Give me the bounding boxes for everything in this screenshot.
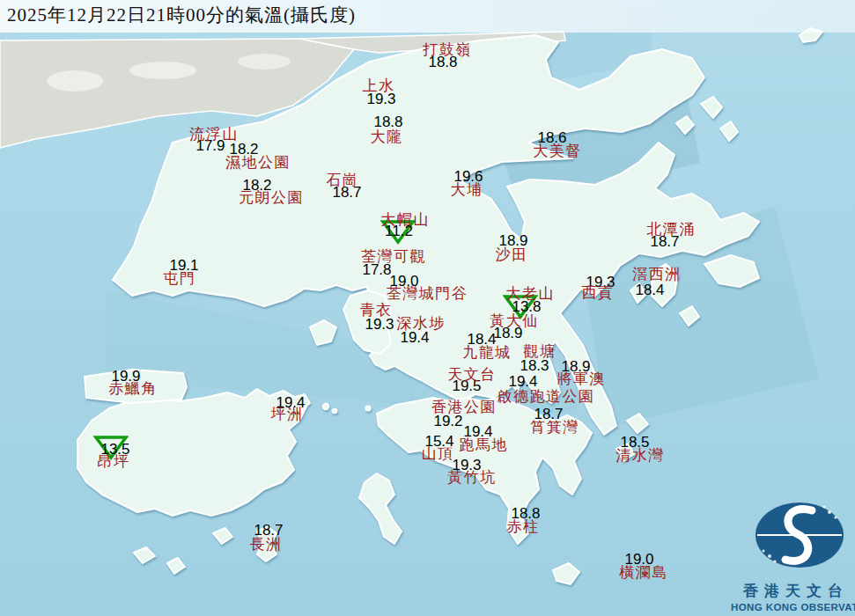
- station-name: 打鼓嶺: [423, 40, 472, 60]
- station-name: 大老山: [505, 283, 555, 304]
- station-name: 天文台: [447, 364, 497, 385]
- station-name: 石崗: [327, 170, 359, 190]
- map-title: 2025年12月22日21時00分的氣溫(攝氏度): [7, 3, 356, 27]
- station-name: 北潭涌: [646, 219, 696, 239]
- station-name: 橫瀾島: [619, 562, 668, 583]
- title-bar: 2025年12月22日21時00分的氣溫(攝氏度): [0, 0, 855, 33]
- station-name: 元朗公園: [239, 187, 304, 208]
- station-name: 長洲: [250, 534, 283, 554]
- station-name: 沙田: [496, 245, 528, 265]
- station-name: 濕地公園: [225, 152, 291, 172]
- station-name: 荃灣可觀: [361, 246, 426, 267]
- station-name: 上水: [363, 76, 395, 96]
- station-name: 西貢: [582, 282, 615, 303]
- station-name: 香港公園: [431, 397, 497, 417]
- station-name: 大埔: [451, 180, 483, 200]
- station-name: 筲箕灣: [530, 417, 579, 437]
- station-name: 大美督: [533, 141, 582, 161]
- station-name: 跑馬地: [459, 435, 508, 455]
- station-name: 九龍城: [462, 342, 512, 363]
- hko-temperature-map-screen: 18.8打鼓嶺19.3上水18.8大隴18.6大美督17.9流浮山18.2濕地公…: [0, 0, 855, 616]
- station-name: 黃大仙: [490, 311, 539, 331]
- hko-logo-name-en: HONG KONG OBSERVATORY: [731, 602, 855, 612]
- station-name: 滘西洲: [632, 264, 682, 284]
- station-name: 赤鱲角: [108, 378, 158, 399]
- station-name: 屯門: [164, 268, 196, 289]
- station-name: 荃灣城門谷: [387, 283, 468, 304]
- station-name: 啟德跑道公園: [498, 386, 595, 407]
- station-value: 18.4: [635, 282, 664, 299]
- station-name: 山頂: [422, 444, 454, 464]
- station-name: 觀塘: [524, 341, 556, 362]
- station-labels-layer: 18.8打鼓嶺19.3上水18.8大隴18.6大美督17.9流浮山18.2濕地公…: [0, 0, 855, 616]
- station-name: 大帽山: [380, 209, 430, 230]
- station-name: 赤柱: [507, 517, 540, 537]
- station-name: 大隴: [371, 127, 403, 147]
- hko-logo: 香港天文台 HONG KONG OBSERVATORY: [731, 493, 855, 614]
- station-name: 坪洲: [271, 404, 304, 424]
- hko-logo-icon: [731, 493, 855, 576]
- station-name: 清水灣: [615, 445, 665, 466]
- hko-logo-name-zh: 香港天文台: [731, 581, 855, 601]
- station-name: 青衣: [360, 300, 393, 320]
- station-name: 黃竹坑: [447, 467, 497, 488]
- station-name: 昂坪: [98, 451, 130, 472]
- station-name: 深水埗: [396, 313, 446, 334]
